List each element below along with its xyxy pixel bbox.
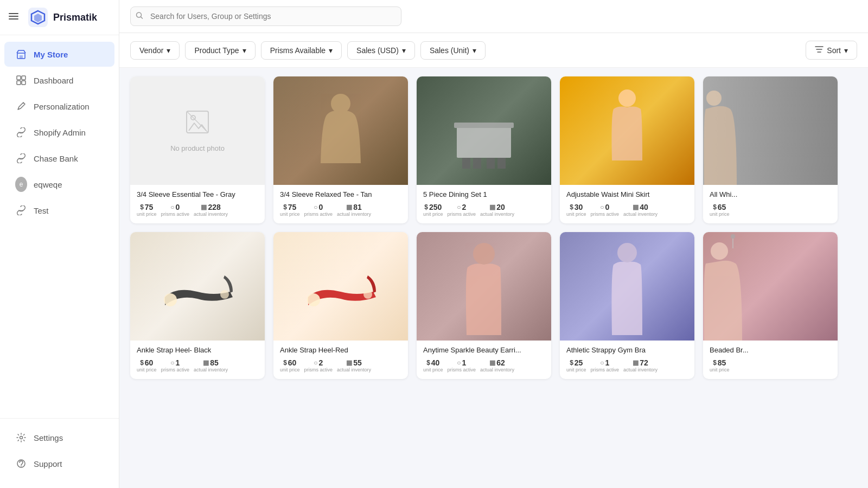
product-stats-p2: $75 unit price ○0 prisms active ▦81 actu… xyxy=(280,203,401,217)
sales-unit-chevron-icon: ▾ xyxy=(473,46,476,55)
product-type-chevron-icon: ▾ xyxy=(242,46,246,55)
topbar xyxy=(119,0,868,33)
eqweqe-avatar: e xyxy=(15,178,27,190)
sidebar-item-chase-bank[interactable]: Chase Bank xyxy=(4,146,114,171)
sidebar-header: Prismatik xyxy=(0,0,119,35)
sales-usd-filter[interactable]: Sales (USD) ▾ xyxy=(347,41,415,60)
product-info-p3: 5 Piece Dining Set 1 $250 unit price ○2 … xyxy=(417,185,551,223)
product-card-p8[interactable]: Anytime Sparkle Beauty Earri... $40 unit… xyxy=(417,232,551,379)
svg-rect-21 xyxy=(454,123,514,128)
shopify-link-icon xyxy=(15,126,27,138)
store-icon xyxy=(15,48,27,60)
sidebar-item-eqweqe[interactable]: e eqweqe xyxy=(4,172,114,197)
sales-usd-filter-label: Sales (USD) xyxy=(356,46,399,55)
inventory-group-p1: ▦ 228 actual inventory xyxy=(194,203,228,217)
svg-point-12 xyxy=(20,436,23,439)
sidebar-item-test[interactable]: Test xyxy=(4,198,114,223)
test-link-icon xyxy=(15,204,27,216)
search-icon xyxy=(136,12,143,21)
product-info-p10: Beaded Br... $85 unit price xyxy=(703,341,838,379)
svg-point-14 xyxy=(21,466,22,467)
product-card-p9[interactable]: Athletic Strappy Gym Bra $25 unit price … xyxy=(560,232,694,379)
product-card-p7[interactable]: Ankle Strap Heel-Red $60 unit price ○2 p… xyxy=(273,232,408,379)
product-image-p9 xyxy=(560,232,694,341)
sidebar-item-chase-bank-label: Chase Bank xyxy=(34,154,78,163)
sidebar-item-shopify-admin[interactable]: Shopify Admin xyxy=(4,120,114,145)
support-icon xyxy=(15,458,27,470)
svg-point-19 xyxy=(331,94,350,113)
product-info-p4: Adjustable Waist Mini Skirt $30 unit pri… xyxy=(560,185,694,223)
vendor-filter[interactable]: Vendor ▾ xyxy=(130,41,180,60)
svg-rect-11 xyxy=(22,81,25,85)
sidebar-item-personalization-label: Personalization xyxy=(34,102,90,111)
sidebar-item-shopify-admin-label: Shopify Admin xyxy=(34,128,86,137)
product-name-p2: 3/4 Sleeve Relaxed Tee - Tan xyxy=(280,190,401,198)
sidebar-bottom: Settings Support xyxy=(0,418,119,488)
sidebar-item-support-label: Support xyxy=(34,459,62,468)
svg-rect-20 xyxy=(457,125,511,158)
products-area: No product photo 3/4 Sleeve Essential Te… xyxy=(119,68,868,488)
svg-rect-22 xyxy=(462,158,470,169)
svg-rect-10 xyxy=(17,81,21,85)
product-image-p4 xyxy=(560,76,694,185)
product-name-p3: 5 Piece Dining Set 1 xyxy=(423,190,545,198)
product-stats-p1: $ 75 unit price ○ 0 prisms active xyxy=(137,203,258,217)
product-card-p5[interactable]: All Whi... $65 unit price xyxy=(703,76,838,223)
sidebar-item-dashboard[interactable]: Dashboard xyxy=(4,68,114,93)
personalization-icon xyxy=(15,100,27,112)
sidebar-item-support[interactable]: Support xyxy=(4,451,114,476)
product-card-p2[interactable]: 3/4 Sleeve Relaxed Tee - Tan $75 unit pr… xyxy=(273,76,408,223)
svg-rect-8 xyxy=(17,76,21,80)
product-info-p5: All Whi... $65 unit price xyxy=(703,185,838,223)
product-name-p7: Ankle Strap Heel-Red xyxy=(280,346,401,354)
svg-point-33 xyxy=(617,243,637,262)
product-card-p3[interactable]: 5 Piece Dining Set 1 $250 unit price ○2 … xyxy=(417,76,551,223)
sidebar-nav: My Store Dashboard Personalization xyxy=(0,35,119,418)
product-info-p9: Athletic Strappy Gym Bra $25 unit price … xyxy=(560,341,694,379)
product-card-p4[interactable]: Adjustable Waist Mini Skirt $30 unit pri… xyxy=(560,76,694,223)
vendor-filter-label: Vendor xyxy=(139,46,163,55)
product-card-p10[interactable]: Beaded Br... $85 unit price xyxy=(703,232,838,379)
sales-unit-filter-label: Sales (Unit) xyxy=(430,46,469,55)
hamburger-icon[interactable] xyxy=(9,11,18,23)
product-image-p3 xyxy=(417,76,551,185)
prisms-value-p1: ○ 0 xyxy=(170,203,180,211)
svg-point-31 xyxy=(363,290,372,299)
settings-icon xyxy=(15,432,27,444)
svg-point-30 xyxy=(307,293,320,306)
app-brand: Prismatik xyxy=(53,12,97,23)
svg-point-27 xyxy=(706,91,722,106)
product-image-p7 xyxy=(273,232,408,341)
prisms-group-p1: ○ 0 prisms active xyxy=(161,203,190,217)
prisms-available-filter[interactable]: Prisms Available ▾ xyxy=(261,41,342,60)
prisms-available-chevron-icon: ▾ xyxy=(329,46,333,55)
sidebar-item-personalization[interactable]: Personalization xyxy=(4,94,114,119)
product-card-p1[interactable]: No product photo 3/4 Sleeve Essential Te… xyxy=(130,76,265,223)
sales-unit-filter[interactable]: Sales (Unit) ▾ xyxy=(420,41,486,60)
svg-rect-2 xyxy=(9,18,18,20)
svg-rect-1 xyxy=(9,16,18,17)
product-name-p5: All Whi... xyxy=(710,190,831,198)
svg-point-26 xyxy=(618,89,636,107)
sidebar-item-settings[interactable]: Settings xyxy=(4,425,114,450)
sort-lines-icon xyxy=(815,46,824,55)
sidebar: Prismatik My Store Dashboa xyxy=(0,0,119,488)
product-name-p10: Beaded Br... xyxy=(710,346,831,354)
product-image-p5 xyxy=(703,76,838,185)
products-grid: No product photo 3/4 Sleeve Essential Te… xyxy=(130,76,857,379)
inventory-value-p1: ▦ 228 xyxy=(201,203,220,211)
product-image-p2 xyxy=(273,76,408,185)
product-image-p8 xyxy=(417,232,551,341)
product-info-p8: Anytime Sparkle Beauty Earri... $40 unit… xyxy=(417,341,551,379)
sidebar-item-my-store[interactable]: My Store xyxy=(4,42,114,67)
product-card-p6[interactable]: Ankle Strap Heel- Black $60 unit price ○… xyxy=(130,232,265,379)
sidebar-item-test-label: Test xyxy=(34,206,49,215)
sidebar-item-eqweqe-label: eqweqe xyxy=(34,180,62,189)
product-type-filter[interactable]: Product Type ▾ xyxy=(185,41,255,60)
sidebar-item-my-store-label: My Store xyxy=(34,50,68,59)
sort-button[interactable]: Sort ▾ xyxy=(806,41,857,60)
search-input[interactable] xyxy=(130,7,401,26)
product-image-p6 xyxy=(130,232,265,341)
svg-point-29 xyxy=(220,290,229,299)
product-info-p2: 3/4 Sleeve Relaxed Tee - Tan $75 unit pr… xyxy=(273,185,408,223)
